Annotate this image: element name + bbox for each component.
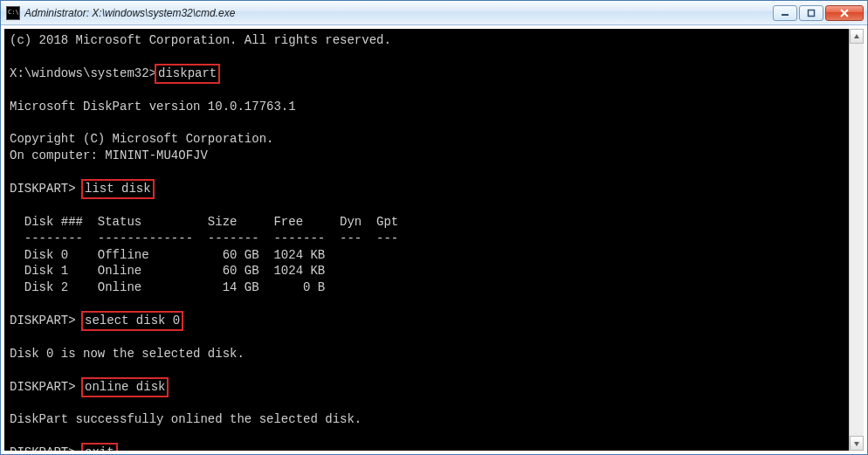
blank-line7 bbox=[10, 329, 844, 346]
svg-rect-1 bbox=[809, 10, 815, 16]
cmd-onlinedisk: online disk bbox=[83, 379, 167, 396]
dp-prompt-line4: DISKPART> exit bbox=[10, 445, 844, 451]
dp-prompt: DISKPART> bbox=[10, 445, 76, 451]
cmd-window: Administrator: X:\windows\system32\cmd.e… bbox=[0, 0, 868, 455]
online-result: DiskPart successfully onlined the select… bbox=[10, 411, 844, 428]
blank-line5 bbox=[10, 197, 844, 214]
copyright-line: (c) 2018 Microsoft Corporation. All righ… bbox=[10, 32, 844, 49]
table-header: Disk ### Status Size Free Dyn Gpt bbox=[10, 214, 844, 231]
dp-prompt: DISKPART> bbox=[10, 314, 76, 327]
blank-line6 bbox=[10, 296, 844, 313]
titlebar[interactable]: Administrator: X:\windows\system32\cmd.e… bbox=[1, 1, 867, 25]
cmd-listdisk: list disk bbox=[83, 181, 153, 197]
console-output[interactable]: (c) 2018 Microsoft Corporation. All righ… bbox=[4, 29, 849, 451]
dp-prompt-line3: DISKPART> online disk bbox=[10, 379, 844, 396]
minimize-button[interactable] bbox=[773, 5, 797, 21]
cmd-exit: exit bbox=[83, 445, 116, 451]
blank-line9 bbox=[10, 396, 844, 412]
dp-prompt: DISKPART> bbox=[10, 380, 76, 394]
scroll-up-button[interactable] bbox=[850, 29, 864, 44]
table-row: Disk 0 Offline 60 GB 1024 KB bbox=[10, 247, 844, 264]
close-icon bbox=[839, 9, 850, 17]
maximize-icon bbox=[807, 9, 816, 17]
window-controls bbox=[773, 5, 865, 21]
svg-marker-5 bbox=[854, 442, 859, 446]
scroll-track[interactable] bbox=[850, 44, 864, 436]
dp-version: Microsoft DiskPart version 10.0.17763.1 bbox=[10, 99, 844, 115]
client-area: (c) 2018 Microsoft Corporation. All righ… bbox=[1, 25, 867, 454]
prompt-line: X:\windows\system32>diskpart bbox=[10, 65, 844, 82]
table-divider: -------- ------------- ------- ------- -… bbox=[10, 231, 844, 247]
cmd-icon bbox=[6, 6, 20, 20]
maximize-button[interactable] bbox=[799, 5, 823, 21]
minimize-icon bbox=[781, 9, 789, 17]
dp-prompt: DISKPART> bbox=[10, 182, 76, 196]
blank-line10 bbox=[10, 428, 844, 445]
chevron-up-icon bbox=[853, 33, 860, 40]
dp-copyright: Copyright (C) Microsoft Corporation. bbox=[10, 131, 844, 148]
svg-marker-4 bbox=[854, 34, 859, 38]
cmd-diskpart: diskpart bbox=[156, 65, 218, 82]
dp-prompt-line: DISKPART> list disk bbox=[10, 181, 844, 197]
blank-line4 bbox=[10, 164, 844, 181]
vertical-scrollbar[interactable] bbox=[849, 29, 864, 451]
prompt-path: X:\windows\system32> bbox=[10, 66, 156, 80]
table-row: Disk 2 Online 14 GB 0 B bbox=[10, 279, 844, 296]
dp-prompt-line2: DISKPART> select disk 0 bbox=[10, 313, 844, 329]
cmd-selectdisk: select disk 0 bbox=[83, 313, 182, 329]
blank-line3 bbox=[10, 114, 844, 131]
blank-line bbox=[10, 49, 844, 65]
select-result: Disk 0 is now the selected disk. bbox=[10, 346, 844, 362]
scroll-down-button[interactable] bbox=[850, 436, 864, 451]
window-title: Administrator: X:\windows\system32\cmd.e… bbox=[24, 7, 773, 19]
dp-computer: On computer: MININT-MU4OFJV bbox=[10, 148, 844, 164]
close-button[interactable] bbox=[825, 5, 864, 21]
table-row: Disk 1 Online 60 GB 1024 KB bbox=[10, 263, 844, 279]
chevron-down-icon bbox=[853, 440, 860, 447]
blank-line8 bbox=[10, 362, 844, 379]
blank-line2 bbox=[10, 82, 844, 99]
